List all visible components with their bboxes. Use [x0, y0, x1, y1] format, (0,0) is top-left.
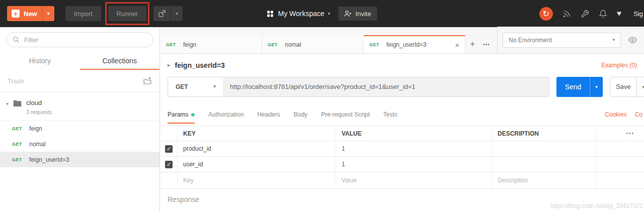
response-label: Response: [168, 195, 199, 203]
new-tab-button[interactable]: +: [465, 35, 479, 53]
tab-label: Body: [294, 111, 307, 118]
open-new-window-button[interactable]: ▾: [153, 6, 183, 21]
tab-headers[interactable]: Headers: [257, 111, 280, 124]
row-actions: [596, 172, 644, 188]
workspace-switcher: My Workspace ▾ Invite: [267, 0, 377, 27]
send-group: Send ▾: [556, 77, 603, 97]
trash-row: Trash: [0, 70, 159, 92]
chevron-down-icon[interactable]: ▾: [42, 6, 54, 21]
chevron-down-icon[interactable]: ▾: [6, 101, 9, 107]
new-description-input[interactable]: [498, 177, 590, 184]
request-editor-tabs: Params Authorization Headers Body Pre-re…: [160, 97, 644, 126]
checkbox-cell: [160, 172, 178, 188]
request-list: GET feign GET nomal GET feign_userId=3: [0, 121, 159, 167]
heart-icon[interactable]: ♥: [617, 9, 622, 18]
new-value-input[interactable]: [342, 177, 486, 184]
collection-cloud[interactable]: ▾ cloud 3 requests: [0, 92, 159, 121]
create-collection-icon[interactable]: [143, 76, 152, 85]
request-tab-feign-userid[interactable]: GET feign_userId=3 ×: [364, 35, 465, 53]
sidebar-request-nomal[interactable]: GET nomal: [0, 136, 159, 152]
param-description[interactable]: [492, 141, 596, 156]
user-plus-icon: [344, 10, 352, 18]
topbar-left-group: + New ▾ Import Runner ▾: [0, 6, 183, 21]
param-value[interactable]: 1: [336, 141, 492, 156]
filter-input[interactable]: [24, 36, 147, 44]
method-badge: GET: [268, 42, 280, 47]
open-new-icon: [158, 10, 166, 18]
request-title-row: ▸ feign_userId=3 Examples (0): [160, 54, 644, 76]
capture-requests-icon[interactable]: [562, 10, 571, 18]
runner-button[interactable]: Runner: [108, 6, 147, 21]
sign-in-link[interactable]: Sig: [633, 10, 643, 18]
send-button[interactable]: Send: [556, 77, 590, 97]
chevron-down-icon[interactable]: ▾: [328, 12, 331, 16]
filter-box: [6, 32, 153, 47]
new-key-cell: [178, 172, 336, 188]
sidebar-request-feign[interactable]: GET feign: [0, 121, 159, 136]
request-tab-feign[interactable]: GET feign: [160, 35, 262, 53]
param-key[interactable]: user_id: [178, 157, 336, 172]
method-badge: GET: [12, 142, 24, 147]
code-link[interactable]: Co: [635, 111, 642, 118]
environment-selector[interactable]: No Environment ▾: [503, 33, 621, 48]
checkbox-checked[interactable]: ✓: [165, 161, 173, 168]
param-value[interactable]: 1: [336, 157, 492, 172]
sync-icon[interactable]: ↻: [539, 7, 553, 21]
row-actions: [596, 141, 644, 156]
new-button-label: New: [20, 10, 42, 18]
search-icon: [13, 36, 20, 43]
tab-options-icon[interactable]: •••: [479, 35, 494, 53]
disclosure-icon[interactable]: ▸: [168, 62, 171, 68]
column-header-key: KEY: [178, 126, 336, 141]
param-row-user-id: ✓ user_id 1: [160, 157, 644, 172]
checkbox-checked[interactable]: ✓: [165, 145, 173, 153]
chevron-down-icon[interactable]: ▾: [176, 12, 178, 16]
trash-link[interactable]: Trash: [8, 77, 24, 85]
tab-history[interactable]: History: [0, 52, 80, 70]
more-options-icon[interactable]: •••: [626, 131, 634, 136]
column-header-description: DESCRIPTION: [492, 126, 596, 141]
url-input[interactable]: [224, 77, 549, 97]
param-key[interactable]: product_id: [178, 141, 336, 156]
tab-label: Params: [168, 111, 188, 118]
close-icon[interactable]: ×: [455, 41, 459, 49]
topbar: + New ▾ Import Runner ▾ My Workspace: [0, 0, 644, 27]
environment-preview-eye-icon[interactable]: [625, 33, 640, 48]
wrench-icon[interactable]: [581, 10, 589, 18]
collection-request-count: 3 requests: [26, 109, 52, 115]
cookies-link[interactable]: Cookies: [605, 111, 626, 118]
tab-tests[interactable]: Tests: [383, 111, 397, 124]
tab-pre-request-script[interactable]: Pre-request Script: [321, 111, 370, 124]
workspace-name[interactable]: My Workspace: [278, 10, 325, 18]
params-actions: •••: [596, 126, 644, 141]
url-bar: GET ▾ Send ▾ Save ▾: [160, 76, 644, 97]
tab-body[interactable]: Body: [294, 111, 307, 124]
request-links: Cookies Co: [605, 111, 642, 124]
method-select[interactable]: GET ▾: [168, 77, 224, 97]
tab-authorization[interactable]: Authorization: [208, 111, 244, 124]
workspace-grid-icon: [267, 11, 274, 17]
import-button[interactable]: Import: [65, 6, 101, 21]
save-options-chevron-icon[interactable]: ▾: [637, 77, 644, 97]
examples-link[interactable]: Examples (0): [601, 62, 637, 69]
request-title-group[interactable]: ▸ feign_userId=3: [168, 61, 225, 69]
main-panel: GET feign GET nomal GET feign_userId=3 ×…: [160, 27, 644, 212]
checkbox-cell: ✓: [160, 141, 178, 156]
sidebar-request-feign-userid[interactable]: GET feign_userId=3: [0, 152, 159, 167]
request-tab-nomal[interactable]: GET nomal: [262, 35, 364, 53]
invite-button[interactable]: Invite: [338, 7, 377, 21]
request-name: feign: [29, 125, 42, 132]
tab-collections[interactable]: Collections: [80, 52, 160, 70]
tab-params[interactable]: Params: [168, 111, 195, 124]
param-description[interactable]: [492, 157, 596, 172]
bell-icon[interactable]: [599, 10, 607, 18]
param-row-new: [160, 172, 644, 189]
new-description-cell: [492, 172, 596, 188]
tab-title: feign_userId=3: [386, 41, 427, 48]
request-name: nomal: [29, 141, 46, 148]
new-button[interactable]: + New ▾: [7, 6, 54, 21]
save-button[interactable]: Save: [610, 77, 637, 97]
send-options-chevron-icon[interactable]: ▾: [590, 77, 603, 97]
divider: [171, 6, 171, 21]
new-key-input[interactable]: [183, 177, 330, 184]
